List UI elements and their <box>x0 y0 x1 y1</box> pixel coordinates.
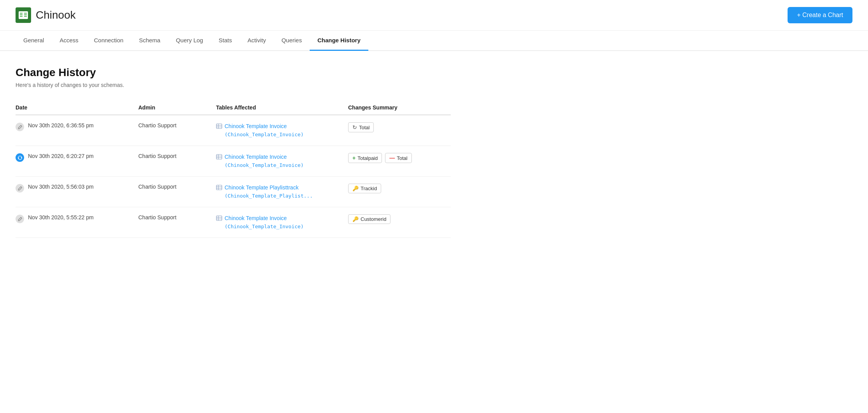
svg-rect-22 <box>216 216 222 220</box>
col-header-admin: Admin <box>132 101 210 115</box>
tab-query-log[interactable]: Query Log <box>168 31 211 51</box>
tab-schema[interactable]: Schema <box>131 31 168 51</box>
date-text: Nov 30th 2020, 6:20:27 pm <box>28 153 94 159</box>
admin-cell: Chartio Support <box>132 146 210 177</box>
badge-label: Trackid <box>361 186 377 191</box>
badge-label: Total <box>397 155 407 161</box>
app-title: Chinook <box>36 9 76 21</box>
nav-tabs: GeneralAccessConnectionSchemaQuery LogSt… <box>0 31 868 51</box>
change-badge: ↻Total <box>348 122 374 132</box>
table-icon <box>216 184 222 191</box>
svg-rect-4 <box>20 14 23 15</box>
svg-rect-18 <box>216 185 222 190</box>
badge-label: Totalpaid <box>357 155 378 161</box>
table-link[interactable]: Chinook Template Invoice(Chinook_Templat… <box>216 122 336 139</box>
col-header-changes-summary: Changes Summary <box>342 101 451 115</box>
table-body: Nov 30th 2020, 6:36:55 pmChartio Support… <box>16 115 451 238</box>
change-badge: 🔑Trackid <box>348 184 381 193</box>
edit-icon <box>16 184 24 193</box>
changes-cell: 🔑Customerid <box>348 214 444 224</box>
svg-rect-14 <box>216 154 222 159</box>
table-row: Nov 30th 2020, 5:55:22 pmChartio Support… <box>16 207 451 238</box>
edit-icon <box>16 123 24 131</box>
table-link[interactable]: Chinook Template Playlisttrack(Chinook_T… <box>216 184 336 200</box>
svg-rect-8 <box>216 124 222 128</box>
changes-cell: 🔑Trackid <box>348 184 444 193</box>
table-header: DateAdminTables AffectedChanges Summary <box>16 101 451 115</box>
col-header-tables-affected: Tables Affected <box>210 101 342 115</box>
tab-general[interactable]: General <box>16 31 52 51</box>
date-cell: Nov 30th 2020, 5:55:22 pm <box>16 214 126 223</box>
header-left: Chinook <box>16 7 76 23</box>
edit-icon <box>16 215 24 223</box>
plus-icon: + <box>352 155 356 161</box>
table-header-row: DateAdminTables AffectedChanges Summary <box>16 101 451 115</box>
svg-rect-7 <box>24 16 27 17</box>
table-icon <box>216 215 222 221</box>
table-name: Chinook Template Playlisttrack(Chinook_T… <box>225 184 313 200</box>
minus-icon: — <box>389 155 395 161</box>
table-name: Chinook Template Invoice(Chinook_Templat… <box>225 122 304 139</box>
tab-change-history[interactable]: Change History <box>310 31 368 51</box>
create-chart-button[interactable]: + Create a Chart <box>788 7 852 23</box>
table-icon <box>216 154 222 160</box>
change-badge: —Total <box>385 153 411 163</box>
date-text: Nov 30th 2020, 6:36:55 pm <box>28 122 94 128</box>
page-subtitle: Here's a history of changes to your sche… <box>16 82 451 88</box>
table-link[interactable]: Chinook Template Invoice(Chinook_Templat… <box>216 214 336 231</box>
date-text: Nov 30th 2020, 5:55:22 pm <box>28 214 94 220</box>
tab-access[interactable]: Access <box>52 31 86 51</box>
refresh-icon <box>16 153 24 162</box>
tab-stats[interactable]: Stats <box>211 31 240 51</box>
table-icon <box>216 123 222 129</box>
svg-rect-3 <box>24 13 27 14</box>
refresh-icon: ↻ <box>352 124 357 130</box>
app-icon <box>16 7 31 23</box>
badge-label: Customerid <box>361 216 386 222</box>
table-name: Chinook Template Invoice(Chinook_Templat… <box>225 153 304 169</box>
date-cell: Nov 30th 2020, 5:56:03 pm <box>16 184 126 193</box>
changes-cell: +Totalpaid—Total <box>348 153 444 163</box>
table-row: Nov 30th 2020, 6:20:27 pmChartio Support… <box>16 146 451 177</box>
header: Chinook + Create a Chart <box>0 0 868 31</box>
change-history-table: DateAdminTables AffectedChanges Summary … <box>16 101 451 238</box>
table-row: Nov 30th 2020, 6:36:55 pmChartio Support… <box>16 115 451 146</box>
table-row: Nov 30th 2020, 5:56:03 pmChartio Support… <box>16 177 451 207</box>
svg-rect-2 <box>20 13 23 14</box>
badge-label: Total <box>359 125 370 130</box>
tab-connection[interactable]: Connection <box>86 31 131 51</box>
admin-cell: Chartio Support <box>132 177 210 207</box>
change-badge: +Totalpaid <box>348 153 382 163</box>
admin-cell: Chartio Support <box>132 115 210 146</box>
main-content: Change History Here's a history of chang… <box>0 51 466 253</box>
date-text: Nov 30th 2020, 5:56:03 pm <box>28 184 94 190</box>
page-title: Change History <box>16 66 451 79</box>
table-link[interactable]: Chinook Template Invoice(Chinook_Templat… <box>216 153 336 169</box>
key-icon: 🔑 <box>352 216 359 222</box>
changes-cell: ↻Total <box>348 122 444 132</box>
date-cell: Nov 30th 2020, 6:20:27 pm <box>16 153 126 162</box>
admin-cell: Chartio Support <box>132 207 210 238</box>
key-icon: 🔑 <box>352 186 359 191</box>
svg-rect-6 <box>20 16 23 17</box>
col-header-date: Date <box>16 101 132 115</box>
date-cell: Nov 30th 2020, 6:36:55 pm <box>16 122 126 131</box>
tab-queries[interactable]: Queries <box>274 31 310 51</box>
svg-rect-5 <box>24 14 27 15</box>
change-badge: 🔑Customerid <box>348 214 390 224</box>
tab-activity[interactable]: Activity <box>240 31 274 51</box>
table-name: Chinook Template Invoice(Chinook_Templat… <box>225 214 304 231</box>
